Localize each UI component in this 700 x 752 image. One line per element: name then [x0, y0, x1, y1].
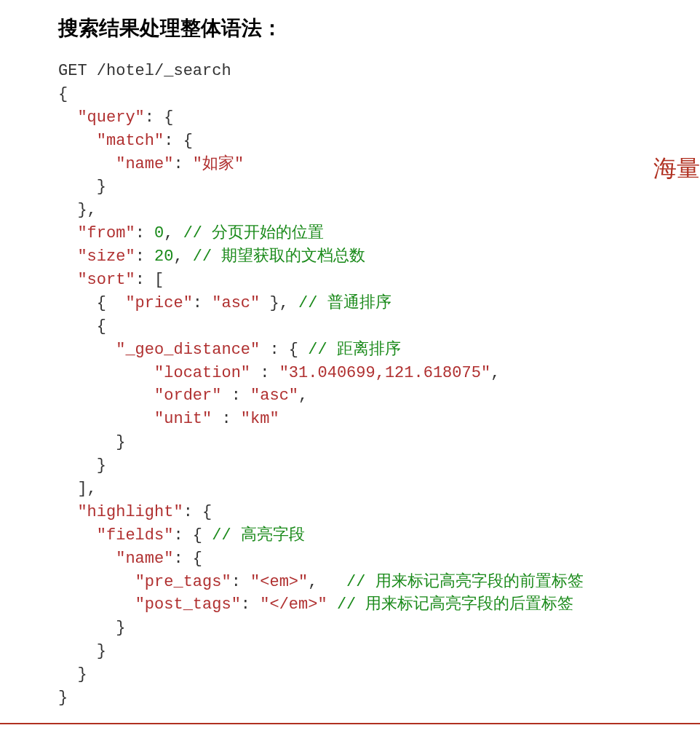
watermark-text: 海量 — [653, 153, 700, 185]
key-order: "order" — [154, 387, 221, 405]
key-price: "price" — [125, 294, 192, 312]
key-size: "size" — [77, 248, 135, 266]
val-pretags: "<em>" — [250, 573, 308, 591]
key-match: "match" — [97, 132, 164, 150]
comment-from: // 分页开始的位置 — [183, 224, 325, 242]
document-container: 搜索结果处理整体语法： 海量 GET /hotel/_search { "que… — [0, 0, 700, 710]
key-name: "name" — [116, 155, 173, 173]
val-location: "31.040699,121.618075" — [279, 364, 490, 382]
key-geo: "_geo_distance" — [116, 341, 260, 359]
key-highlight: "highlight" — [77, 503, 183, 521]
key-sort: "sort" — [77, 271, 135, 289]
val-from: 0 — [154, 224, 164, 242]
brace-open: { — [58, 85, 68, 103]
val-unit: "km" — [241, 410, 279, 428]
key-hname: "name" — [116, 550, 173, 568]
key-location: "location" — [154, 364, 250, 382]
key-query: "query" — [77, 108, 144, 127]
comment-pretags: // 用来标记高亮字段的前置标签 — [346, 573, 584, 591]
comment-posttags: // 用来标记高亮字段的后置标签 — [337, 595, 574, 614]
val-name: "如家" — [193, 155, 244, 173]
val-size: 20 — [154, 248, 173, 266]
key-fields: "fields" — [97, 526, 174, 545]
comment-price: // 普通排序 — [298, 294, 391, 312]
section-heading: 搜索结果处理整体语法： — [58, 15, 700, 42]
comment-geo: // 距离排序 — [308, 341, 401, 359]
request-line: GET /hotel/_search — [58, 62, 231, 80]
key-posttags: "post_tags" — [135, 595, 241, 614]
code-block: GET /hotel/_search { "query": { "match":… — [58, 60, 700, 710]
key-from: "from" — [77, 224, 135, 242]
key-unit: "unit" — [154, 410, 212, 428]
brace-close: } — [58, 689, 68, 707]
val-order: "asc" — [250, 387, 298, 405]
val-posttags: "</em>" — [260, 595, 327, 614]
footer-divider — [0, 723, 700, 724]
comment-fields: // 高亮字段 — [212, 526, 305, 545]
key-pretags: "pre_tags" — [135, 573, 231, 591]
val-price: "asc" — [212, 294, 260, 312]
comment-size: // 期望获取的文档总数 — [193, 248, 366, 266]
